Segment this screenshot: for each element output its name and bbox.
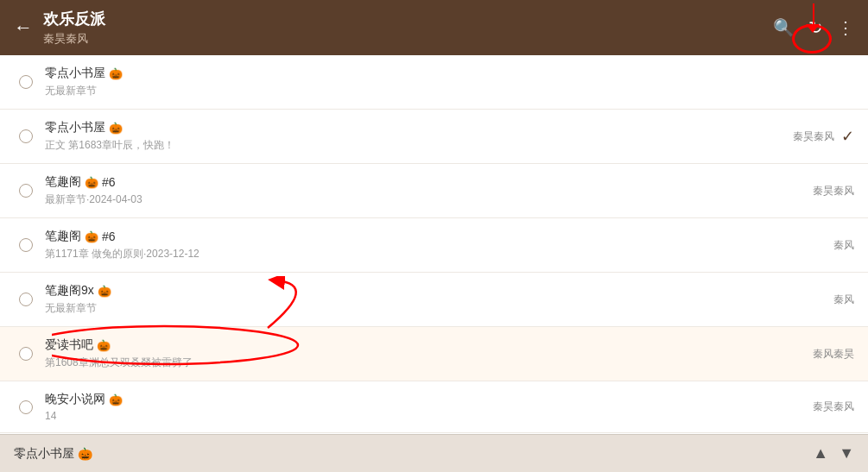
- item-title: 零点小书屋 🎃: [45, 120, 782, 135]
- bottom-source-name: 零点小书屋: [14, 446, 74, 462]
- source-name: 爱读书吧: [45, 337, 93, 353]
- bottom-pumpkin-icon: 🎃: [78, 447, 92, 461]
- source-icon: [19, 400, 33, 414]
- down-arrow-button[interactable]: ▼: [839, 444, 854, 463]
- source-name: 笔趣阁: [45, 174, 81, 190]
- source-name: 零点小书屋: [45, 120, 105, 135]
- item-icon-col: [14, 400, 38, 414]
- item-tag: 秦昊秦风: [813, 184, 854, 198]
- source-icon: [19, 184, 33, 198]
- source-icon: [19, 347, 33, 361]
- list-item[interactable]: 晚安小说网 🎃 14 秦昊秦风: [0, 381, 868, 433]
- item-tag: 秦昊秦风: [793, 129, 834, 144]
- item-content: 笔趣阁 🎃 #6 最新章节·2024-04-03: [45, 174, 802, 207]
- refresh-icon[interactable]: ↻: [808, 17, 823, 38]
- list-item[interactable]: 零点小书屋 🎃 正文 第1683章叶辰，快跑！ 秦昊秦风 ✓: [0, 110, 868, 164]
- item-icon-col: [14, 347, 38, 361]
- item-right: 秦昊秦风: [813, 184, 854, 198]
- item-subtitle: 第1608章渊总又双叒叕被雷劈了: [45, 356, 802, 370]
- list-item[interactable]: 零点小书屋 🎃 无最新章节: [0, 55, 868, 110]
- item-content: 笔趣阁 🎃 #6 第1171章 做兔的原则·2023-12-12: [45, 229, 823, 261]
- list-item-highlighted[interactable]: 爱读书吧 🎃 第1608章渊总又双叒叕被雷劈了 秦风秦昊: [0, 327, 868, 381]
- pumpkin-icon: 🎃: [97, 339, 111, 352]
- item-content: 晚安小说网 🎃 14: [45, 392, 802, 422]
- pumpkin-icon: 🎃: [85, 176, 98, 189]
- header: ← 欢乐反派 秦昊秦风 🔍 ↻ ⋮: [0, 0, 868, 55]
- pumpkin-icon: 🎃: [109, 393, 123, 406]
- item-right: 秦风秦昊: [813, 347, 854, 362]
- source-name: 零点小书屋: [45, 66, 105, 81]
- item-title: 爱读书吧 🎃: [45, 337, 802, 353]
- source-icon: [19, 293, 33, 306]
- item-right: 秦风: [833, 293, 854, 307]
- check-icon: ✓: [841, 127, 854, 146]
- source-icon: [19, 238, 33, 252]
- source-name: 笔趣阁: [45, 229, 81, 244]
- search-icon[interactable]: 🔍: [773, 17, 795, 38]
- pumpkin-icon: 🎃: [109, 67, 123, 80]
- source-suffix: #6: [102, 175, 116, 189]
- source-name: 晚安小说网: [45, 392, 105, 407]
- list-item[interactable]: 笔趣阁9x 🎃 无最新章节 秦风: [0, 273, 868, 327]
- item-title: 笔趣阁9x 🎃: [45, 283, 823, 299]
- item-subtitle: 正文 第1683章叶辰，快跑！: [45, 138, 782, 153]
- list-container: 零点小书屋 🎃 无最新章节 零点小书屋 🎃 正文 第1683章叶辰，快跑！ 秦昊…: [0, 55, 868, 472]
- item-subtitle: 第1171章 做兔的原则·2023-12-12: [45, 247, 823, 261]
- item-title: 笔趣阁 🎃 #6: [45, 229, 823, 244]
- item-title: 笔趣阁 🎃 #6: [45, 174, 802, 190]
- bottom-arrows: ▲ ▼: [813, 444, 854, 463]
- item-tag: 秦风秦昊: [813, 347, 854, 362]
- item-subtitle: 无最新章节: [45, 301, 823, 316]
- item-tag: 秦昊秦风: [813, 400, 854, 414]
- header-subtitle: 秦昊秦风: [43, 31, 773, 47]
- item-icon-col: [14, 75, 38, 89]
- item-icon-col: [14, 238, 38, 252]
- item-subtitle: 无最新章节: [45, 84, 844, 98]
- pumpkin-icon: 🎃: [85, 230, 98, 243]
- item-content: 笔趣阁9x 🎃 无最新章节: [45, 283, 823, 316]
- item-tag: 秦风: [833, 293, 854, 307]
- item-content: 零点小书屋 🎃 正文 第1683章叶辰，快跑！: [45, 120, 782, 153]
- up-arrow-button[interactable]: ▲: [813, 444, 828, 463]
- pumpkin-icon: 🎃: [98, 285, 111, 298]
- source-name: 笔趣阁9x: [45, 283, 94, 299]
- item-subtitle: 14: [45, 410, 802, 422]
- source-icon: [19, 75, 33, 89]
- item-icon-col: [14, 129, 38, 143]
- item-icon-col: [14, 184, 38, 198]
- item-subtitle: 最新章节·2024-04-03: [45, 192, 802, 207]
- item-icon-col: [14, 293, 38, 306]
- item-content: 零点小书屋 🎃 无最新章节: [45, 66, 844, 98]
- item-right: 秦风: [833, 238, 854, 253]
- item-title: 晚安小说网 🎃: [45, 392, 802, 407]
- list-item[interactable]: 笔趣阁 🎃 #6 第1171章 做兔的原则·2023-12-12 秦风: [0, 218, 868, 273]
- item-title: 零点小书屋 🎃: [45, 66, 844, 81]
- more-icon[interactable]: ⋮: [837, 17, 854, 38]
- bottom-title: 零点小书屋 🎃: [14, 446, 813, 462]
- item-tag: 秦风: [833, 238, 854, 253]
- item-right: 秦昊秦风 ✓: [793, 127, 854, 146]
- source-suffix: #6: [102, 230, 116, 243]
- list-item[interactable]: 笔趣阁 🎃 #6 最新章节·2024-04-03 秦昊秦风: [0, 164, 868, 218]
- back-button[interactable]: ←: [14, 18, 33, 37]
- source-icon: [19, 129, 33, 143]
- header-title-block: 欢乐反派 秦昊秦风: [43, 9, 773, 47]
- pumpkin-icon: 🎃: [109, 122, 123, 135]
- header-title: 欢乐反派: [43, 9, 773, 29]
- header-actions: 🔍 ↻ ⋮: [773, 17, 854, 38]
- bottom-bar: 零点小书屋 🎃 ▲ ▼: [0, 434, 868, 472]
- item-content: 爱读书吧 🎃 第1608章渊总又双叒叕被雷劈了: [45, 337, 802, 370]
- item-right: 秦昊秦风: [813, 400, 854, 414]
